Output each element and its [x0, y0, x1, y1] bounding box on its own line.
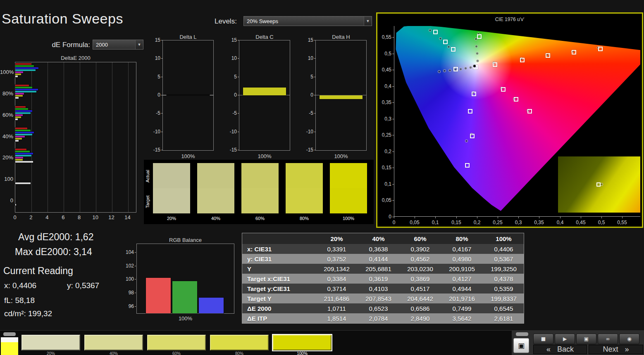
deltae-gridline — [48, 62, 48, 212]
delta-y-tick-label: -15 — [303, 147, 313, 153]
cie-y-tick-label: 0,45 — [378, 67, 391, 73]
cie-x-tick-label: 0 — [386, 220, 401, 225]
deltae-bar — [15, 67, 38, 69]
delta-y-tick — [314, 95, 315, 95]
delta-y-tick-label: -10 — [227, 129, 237, 135]
table-value-cell: 204,6442 — [399, 295, 441, 302]
blue-bar — [199, 298, 224, 313]
single-measure-button[interactable]: ▣ — [576, 334, 596, 344]
table-header-cell: 60% — [399, 235, 441, 242]
patch-window-button[interactable]: ▣ — [513, 338, 529, 353]
deltae-bar — [15, 159, 23, 161]
rgb-y-tick-label: 100 — [122, 276, 134, 282]
level-swatch-label: 100% — [273, 351, 332, 355]
play-button[interactable]: ▶ — [555, 334, 575, 344]
deltae-bar — [15, 136, 25, 137]
target-square — [546, 53, 550, 58]
level-swatch-80%[interactable] — [210, 335, 269, 350]
target-square — [433, 30, 438, 34]
deltae-bar — [15, 204, 16, 206]
cie-y-tick-label: 0,4 — [378, 83, 391, 89]
delta-l-panel: Delta L 100% 151050-5-10-15 — [150, 34, 215, 158]
rgb-y-tick-label: 104 — [122, 249, 134, 255]
target-square — [453, 67, 458, 71]
delta-y-tick-label: 0 — [227, 92, 237, 98]
deltae-bar — [15, 132, 34, 133]
cie-y-tick — [392, 151, 394, 152]
table-value-cell: 0,4980 — [441, 256, 483, 263]
rgb-y-tick-label: 98 — [122, 290, 134, 296]
table-value-cell: 209,1342 — [316, 265, 358, 272]
cie-y-tick — [392, 168, 394, 168]
deltae-y-tick-label: 0 — [0, 197, 13, 204]
table-value-cell: 2,6181 — [483, 315, 525, 322]
table-row-label: ΔE ITP — [242, 315, 316, 322]
level-swatch-100%[interactable] — [273, 335, 332, 350]
delta-y-tick-label: 5 — [150, 74, 160, 80]
de-formula-dropdown[interactable]: 2000 ▼ — [93, 40, 143, 50]
swatch-level-label: 40% — [197, 216, 234, 221]
table-value-cell: 0,3714 — [316, 285, 358, 292]
delta-y-tick-label: 10 — [227, 55, 237, 61]
delta-y-tick — [314, 77, 315, 77]
table-row: 20%40%60%80%100% — [242, 233, 524, 244]
cie-y-tick-label: 0,15 — [378, 165, 391, 170]
deltae-gridline — [96, 62, 96, 212]
view-button[interactable]: ◉ — [619, 334, 639, 344]
level-swatch-20%[interactable] — [21, 335, 80, 350]
delta-y-tick — [161, 58, 162, 59]
deltae-bar — [15, 110, 32, 112]
current-x-stat: x: 0,4406 — [4, 281, 36, 290]
rgb-y-tick — [135, 306, 136, 307]
cie-y-tick-label: 0,1 — [378, 181, 391, 187]
cie-x-tick — [518, 217, 519, 218]
table-row-label: y: CIE31 — [242, 256, 316, 263]
deltae-bar — [15, 76, 18, 77]
table-value-cell: 2,8490 — [399, 315, 441, 322]
measurement-dot — [447, 45, 450, 48]
delta-y-tick-label: 15 — [227, 37, 237, 43]
delta-y-tick — [238, 113, 239, 114]
delta-y-tick — [238, 95, 239, 95]
cie-y-tick — [392, 70, 394, 70]
deltae-x-tick-label: 2 — [26, 214, 36, 220]
table-value-cell: 200,9105 — [441, 265, 483, 272]
cie-y-tick — [392, 102, 394, 103]
cie-y-tick — [392, 54, 394, 54]
levels-dropdown[interactable]: 20% Sweeps ▼ — [243, 16, 372, 26]
deltae-bar — [15, 161, 33, 163]
table-value-cell: 0,6586 — [399, 305, 441, 312]
chevron-right-icon: » — [625, 345, 629, 354]
inset-target-square — [596, 182, 601, 187]
swatch-level-label: 80% — [286, 216, 323, 221]
table-row-label: Target y:CIE31 — [242, 285, 316, 292]
table-value-cell: 0,3638 — [358, 246, 399, 253]
delta-y-tick — [238, 77, 239, 77]
back-button[interactable]: « Back — [533, 345, 587, 354]
target-square — [520, 58, 525, 62]
deltae-gridline — [80, 62, 80, 212]
target-square — [468, 109, 472, 114]
splitter-handle[interactable] — [3, 332, 16, 336]
rgb-balance-x-label: 100% — [136, 315, 234, 322]
stop-button[interactable]: ■ — [533, 334, 553, 344]
level-swatch-label: 40% — [84, 351, 143, 355]
delta-y-tick — [238, 150, 239, 150]
table-row-label: Y — [242, 265, 316, 272]
deltae-y-tick-label: 20% — [0, 154, 13, 161]
next-button[interactable]: Next » — [589, 345, 643, 354]
deltae-bar — [15, 138, 22, 140]
level-swatch-label: 80% — [210, 351, 269, 355]
table-value-cell: 1,0711 — [316, 305, 358, 312]
deltae-panel: DeltaE 2000 02468101214100%80%60%40%20%1… — [0, 55, 139, 220]
de-formula-label: dE Formula: — [36, 41, 90, 49]
de-formula-value: 2000 — [96, 42, 108, 48]
cie-x-tick-label: 0,5 — [594, 220, 609, 225]
actual-swatch — [330, 163, 367, 188]
level-swatch-40%[interactable] — [84, 335, 143, 350]
continuous-measure-button[interactable]: ∞ — [598, 334, 618, 344]
table-value-cell: 0,4944 — [441, 285, 483, 292]
table-value-cell: 0,4517 — [399, 285, 441, 292]
splitter-handle[interactable] — [516, 332, 528, 336]
level-swatch-60%[interactable] — [147, 335, 206, 350]
